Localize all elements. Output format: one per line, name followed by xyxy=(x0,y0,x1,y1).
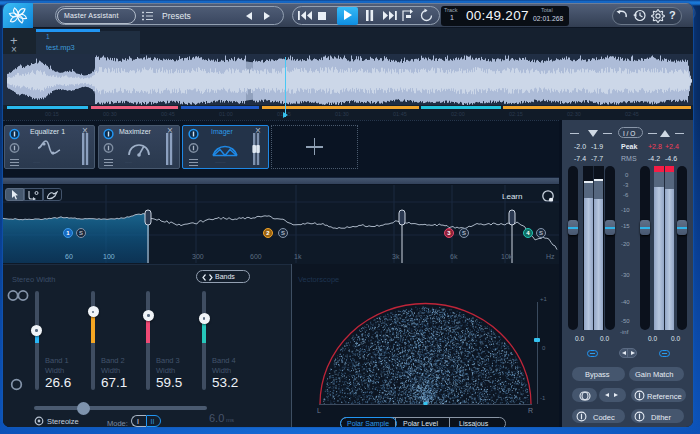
svg-text:60: 60 xyxy=(65,253,73,260)
svg-text:S: S xyxy=(281,230,285,236)
svg-text:Hz: Hz xyxy=(546,253,555,260)
svg-text:300: 300 xyxy=(192,253,204,260)
svg-text:3k: 3k xyxy=(392,253,400,260)
svg-text:1k: 1k xyxy=(294,253,302,260)
svg-text:600: 600 xyxy=(250,253,262,260)
svg-text:6k: 6k xyxy=(450,253,458,260)
svg-text:S: S xyxy=(539,230,543,236)
svg-text:S: S xyxy=(462,230,466,236)
svg-text:S: S xyxy=(79,230,83,236)
svg-text:100: 100 xyxy=(103,253,115,260)
svg-text:10k: 10k xyxy=(501,253,513,260)
